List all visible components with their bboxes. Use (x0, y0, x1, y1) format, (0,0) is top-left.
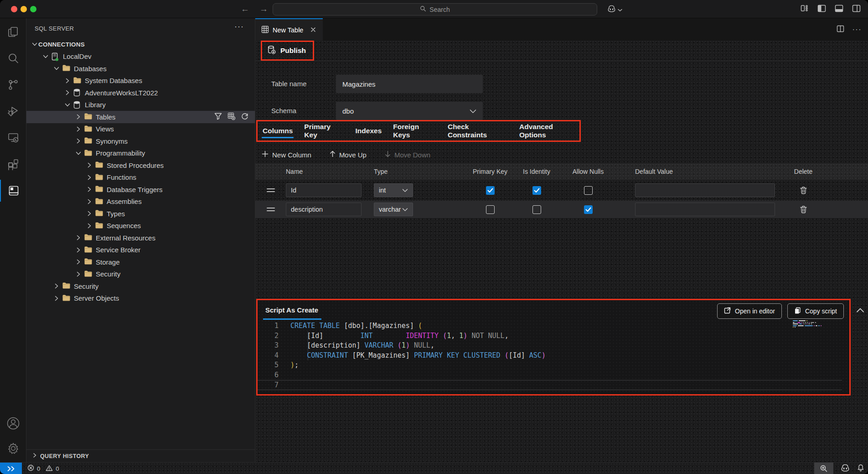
database-icon (73, 89, 82, 97)
tree-item-library[interactable]: Library (26, 99, 255, 111)
tree-item-views[interactable]: Views (26, 123, 255, 135)
back-icon[interactable]: ← (241, 4, 249, 14)
tree-item-programmability[interactable]: Programmability (26, 147, 255, 160)
designer-tab-advanced-options[interactable]: Advanced Options (519, 121, 579, 141)
tree-item-synonyms[interactable]: Synonyms (26, 135, 255, 147)
folder-icon (84, 234, 93, 242)
tree-item-security[interactable]: Security (26, 280, 255, 292)
tree-item-database-triggers[interactable]: Database Triggers (26, 183, 255, 196)
script-as-create-tab[interactable]: Script As Create (265, 306, 318, 314)
query-history-section[interactable]: QUERY HISTORY (26, 449, 255, 462)
toggle-secondary-sidebar-icon[interactable] (852, 5, 861, 14)
tree-item-security[interactable]: Security (26, 268, 255, 281)
extensions-icon[interactable] (0, 153, 26, 175)
checkbox-checked[interactable] (584, 205, 593, 214)
errors-icon (27, 464, 34, 473)
forward-icon[interactable]: → (259, 4, 268, 14)
tree-item-databases[interactable]: Databases (26, 63, 255, 75)
tree-item-service-broker[interactable]: Service Broker (26, 244, 255, 256)
checkbox-unchecked[interactable] (532, 205, 541, 214)
problems-status[interactable]: 0 0 (27, 463, 59, 474)
split-editor-icon[interactable] (837, 25, 844, 34)
editor-more-actions-icon[interactable]: ··· (852, 26, 862, 34)
editor-area: New Table ··· Publish Table name Magazin… (255, 18, 868, 462)
copy-script-button[interactable]: Copy script (787, 303, 844, 319)
table-name-input[interactable]: Magazines (336, 75, 483, 93)
chevron-down-icon (53, 65, 60, 72)
tree-item-external-resources[interactable]: External Resources (26, 232, 255, 244)
is-identity-cell (511, 182, 563, 199)
tree-item-assemblies[interactable]: Assemblies (26, 196, 255, 208)
default-value-input[interactable] (635, 183, 775, 197)
tree-item-localdev[interactable]: LocalDev (26, 51, 255, 63)
column-name-input[interactable]: description (286, 203, 362, 216)
new-column-button[interactable]: New Column (262, 151, 311, 159)
tree-item-tables[interactable]: Tables (26, 111, 255, 123)
column-type-dropdown[interactable]: varchar (374, 203, 413, 216)
tree-item-sequences[interactable]: Sequences (26, 220, 255, 232)
more-actions-icon[interactable]: ··· (234, 22, 244, 31)
minimize-window-button[interactable] (21, 6, 27, 12)
search-icon[interactable] (0, 47, 26, 69)
column-name-input[interactable]: Id (286, 183, 362, 197)
designer-tab-foreign-keys[interactable]: Foreign Keys (393, 121, 436, 141)
tab-new-table[interactable]: New Table (255, 18, 323, 41)
toggle-panel-icon[interactable] (835, 5, 843, 14)
tree-item-adventureworkslt2022[interactable]: AdventureWorksLT2022 (26, 87, 255, 99)
copilot-menu[interactable] (607, 4, 622, 16)
gear-icon[interactable] (0, 438, 26, 459)
designer-tab-primary-key[interactable]: Primary Key (304, 121, 344, 141)
chevron-right-icon (75, 114, 82, 120)
tree-item-storage[interactable]: Storage (26, 256, 255, 268)
tree-item-system-databases[interactable]: System Databases (26, 75, 255, 87)
zoom-status-icon[interactable] (814, 463, 833, 474)
checkbox-unchecked[interactable] (486, 205, 495, 214)
refresh-icon[interactable] (241, 113, 248, 121)
customize-layout-icon[interactable] (801, 4, 809, 14)
schema-dropdown[interactable]: dbo (336, 102, 483, 120)
collapse-panel-icon[interactable] (856, 307, 864, 315)
drag-handle-icon[interactable] (263, 201, 279, 218)
tree-item-server-objects[interactable]: Server Objects (26, 292, 255, 305)
tree-item-stored-procedures[interactable]: Stored Procedures (26, 159, 255, 172)
code-line-5: 5); (258, 360, 849, 370)
delete-row-icon[interactable] (788, 182, 819, 199)
account-icon[interactable] (0, 412, 26, 434)
code-line-3: 3 [description] VARCHAR (1) NULL, (258, 341, 849, 351)
explorer-icon[interactable] (0, 21, 26, 43)
default-value-input[interactable] (635, 203, 775, 216)
folder-icon (95, 198, 103, 206)
column-type-dropdown[interactable]: int (374, 183, 413, 197)
filter-icon[interactable] (214, 113, 222, 121)
designer-tab-indexes[interactable]: Indexes (356, 121, 382, 141)
copilot-status-icon[interactable] (841, 464, 850, 473)
command-center-search[interactable]: Search (273, 3, 597, 16)
tree-item-connections[interactable]: CONNECTIONS (26, 38, 255, 51)
move-down-button[interactable]: Move Down (385, 151, 430, 159)
table-name-label: Table name (271, 80, 307, 88)
remote-indicator[interactable] (0, 463, 22, 474)
tree-item-types[interactable]: Types (26, 208, 255, 220)
source-control-icon[interactable] (0, 74, 26, 96)
close-tab-icon[interactable] (310, 26, 316, 34)
checkbox-checked[interactable] (532, 186, 541, 195)
maximize-window-button[interactable] (30, 6, 36, 12)
toggle-primary-sidebar-icon[interactable] (817, 5, 826, 14)
delete-row-icon[interactable] (788, 201, 819, 218)
drag-handle-icon[interactable] (263, 182, 279, 199)
sql-server-icon[interactable] (0, 180, 26, 202)
remote-explorer-icon[interactable] (0, 127, 26, 149)
checkbox-unchecked[interactable] (584, 186, 593, 195)
run-debug-icon[interactable] (0, 100, 26, 122)
sql-code[interactable]: 1CREATE TABLE [dbo].[Magazines] (2 [Id] … (258, 321, 849, 390)
move-up-button[interactable]: Move Up (330, 151, 367, 159)
tree-item-functions[interactable]: Functions (26, 172, 255, 184)
notifications-bell-icon[interactable] (857, 464, 864, 473)
publish-button[interactable]: Publish (280, 47, 306, 55)
close-window-button[interactable] (11, 6, 17, 12)
open-in-editor-button[interactable]: Open in editor (717, 303, 782, 319)
designer-tab-check-constraints[interactable]: Check Constraints (448, 121, 508, 141)
new-table-icon[interactable] (227, 112, 236, 121)
checkbox-checked[interactable] (486, 186, 495, 195)
designer-tab-columns[interactable]: Columns (263, 121, 293, 141)
